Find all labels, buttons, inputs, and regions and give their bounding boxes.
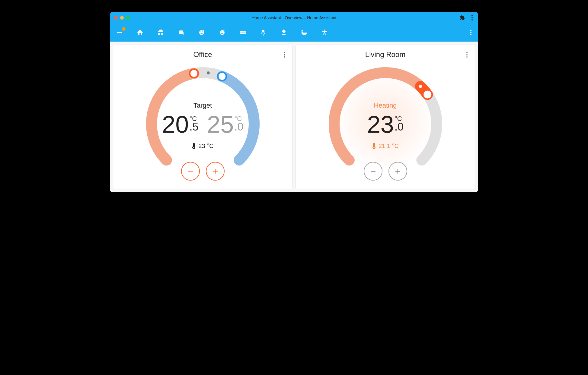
mode-label: Target [193, 102, 212, 109]
card-menu-button[interactable] [465, 51, 469, 59]
target-temp: 23 °C .0 [367, 112, 404, 137]
flower-icon[interactable] [280, 28, 288, 37]
extensions-icon[interactable] [459, 15, 465, 20]
current-temp: 21.1 °C [372, 143, 399, 150]
app-toolbar [110, 24, 478, 42]
target-low-temp: 20 °C .5 [162, 112, 198, 137]
couch-icon[interactable] [177, 28, 185, 37]
maximize-window-button[interactable] [126, 16, 130, 20]
chair-icon[interactable] [259, 28, 267, 37]
current-temp: 23 °C [192, 143, 213, 150]
crosswalk-icon[interactable] [321, 28, 329, 37]
thermostat-card-office: Office Target 20 °C .5 [113, 45, 292, 189]
titlebar: Home Assistant - Overview – Home Assista… [110, 12, 478, 24]
decrease-temp-button[interactable] [181, 162, 200, 181]
thermostat-card-living-room: Living Room Heating 23 °C .0 [296, 45, 475, 189]
face-1-icon[interactable] [197, 28, 206, 37]
card-title: Office [193, 50, 212, 59]
bed-icon[interactable] [238, 28, 247, 37]
toolbar-menu-button[interactable] [469, 29, 473, 36]
card-menu-button[interactable] [283, 51, 286, 59]
thermometer-icon [372, 143, 376, 149]
close-window-button[interactable] [114, 16, 118, 20]
gift-icon[interactable] [156, 28, 165, 37]
increase-temp-button[interactable] [388, 162, 407, 181]
window-controls [114, 16, 130, 20]
menu-icon[interactable] [115, 28, 124, 37]
browser-menu-button[interactable] [470, 14, 474, 22]
app-window: Home Assistant - Overview – Home Assista… [110, 12, 478, 192]
dashboard-content: Office Target 20 °C .5 [110, 42, 478, 192]
increase-temp-button[interactable] [206, 162, 225, 181]
decrease-temp-button[interactable] [364, 162, 382, 181]
home-icon[interactable] [136, 28, 144, 37]
window-title: Home Assistant - Overview – Home Assista… [110, 15, 478, 20]
thermometer-icon [192, 143, 196, 149]
card-title: Living Room [365, 50, 405, 59]
bathtub-icon[interactable] [300, 28, 308, 37]
mode-label: Heating [374, 102, 397, 109]
face-2-icon[interactable] [218, 28, 226, 37]
target-high-temp: 25 °C .0 [207, 112, 244, 137]
minimize-window-button[interactable] [120, 16, 124, 20]
notification-badge [122, 27, 126, 31]
